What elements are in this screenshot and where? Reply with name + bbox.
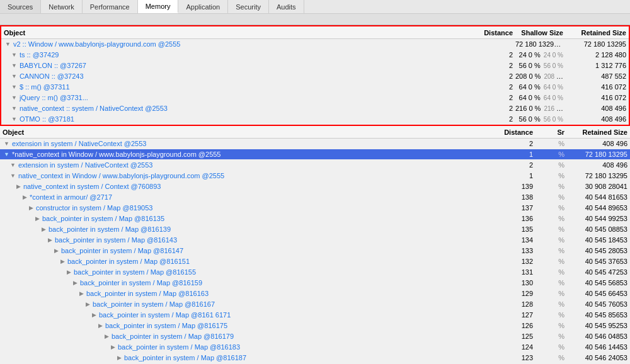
row-retained: 30 908 28041 bbox=[567, 183, 630, 190]
table-row[interactable]: ▼ $ :: m() @37311 2 64 0 % 64 0 % 416 07… bbox=[1, 82, 629, 93]
row-shallow: 64 0 % 64 0 % bbox=[515, 83, 566, 91]
row-sr: % bbox=[536, 343, 567, 351]
row-object: ▼ *native_context in Window / www.babylo… bbox=[0, 151, 491, 158]
row-sr: % bbox=[536, 300, 567, 308]
table-row[interactable]: ▶ back_pointer in system / Map @816179 1… bbox=[0, 331, 630, 342]
row-distance: 126 bbox=[491, 322, 536, 329]
table-row[interactable]: ▶ back_pointer in system / Map @816163 1… bbox=[0, 288, 630, 299]
row-retained: 40 544 89653 bbox=[567, 204, 630, 212]
row-distance: 125 bbox=[491, 333, 536, 340]
bottom-table-body[interactable]: ▼ extension in system / NativeContext @2… bbox=[0, 139, 630, 364]
row-distance: 129 bbox=[491, 290, 536, 297]
table-row[interactable]: ▼ BABYLON :: @37267 2 56 0 % 56 0 % 1 31… bbox=[1, 60, 629, 71]
table-row[interactable]: ▶ back_pointer in system / Map @816159 1… bbox=[0, 278, 630, 288]
col-header-distance: Distance bbox=[471, 29, 515, 37]
row-retained: 487 552 bbox=[566, 72, 629, 80]
row-retained: 40 545 18453 bbox=[567, 236, 630, 244]
main-container: Object Distance Shallow Size Retained Si… bbox=[0, 14, 630, 364]
table-row[interactable]: ▶ back_pointer in system / Map @816139 1… bbox=[0, 224, 630, 235]
table-row[interactable]: ▼ extension in system / NativeContext @2… bbox=[0, 139, 630, 149]
row-object: ▶ back_pointer in system / Map @816147 bbox=[0, 247, 491, 254]
row-object: ▶ back_pointer in system / Map @8161 617… bbox=[0, 311, 491, 319]
table-row[interactable]: ▼ native_context in Window / www.babylon… bbox=[0, 171, 630, 181]
table-row[interactable]: ▼ v2 :: Window / www.babylonjs-playgroun… bbox=[1, 39, 629, 50]
row-sr: % bbox=[536, 225, 567, 233]
row-object: ▼ native_context in Window / www.babylon… bbox=[0, 172, 491, 179]
row-sr: % bbox=[536, 268, 567, 276]
row-object: ▶ back_pointer in system / Map @816187 bbox=[0, 354, 491, 361]
table-row[interactable]: ▶ back_pointer in system / Map @816155 1… bbox=[0, 267, 630, 278]
table-row[interactable]: ▼ ts :: @37429 2 24 0 % 24 0 % 2 128 480 bbox=[1, 50, 629, 60]
tab-network[interactable]: Network bbox=[41, 0, 82, 13]
table-row[interactable]: ▼ extension in system / NativeContext @2… bbox=[0, 160, 630, 171]
table-row[interactable]: ▶ native_context in system / Context @76… bbox=[0, 181, 630, 192]
row-sr: % bbox=[536, 279, 567, 287]
row-distance: 2 bbox=[471, 105, 515, 112]
row-distance: 133 bbox=[491, 247, 536, 254]
row-object: ▼ BABYLON :: @37267 bbox=[1, 62, 471, 69]
tab-bar: SourcesNetworkPerformanceMemoryApplicati… bbox=[0, 0, 630, 14]
table-row[interactable]: ▶ back_pointer in system / Map @816183 1… bbox=[0, 342, 630, 353]
table-row[interactable]: ▼ jQuery :: m() @3731... 2 64 0 % 64 0 %… bbox=[1, 93, 629, 103]
table-row[interactable]: ▶ back_pointer in system / Map @816175 1… bbox=[0, 321, 630, 331]
row-object: ▶ back_pointer in system / Map @816135 bbox=[0, 215, 491, 222]
table-row[interactable]: ▶ back_pointer in system / Map @816143 1… bbox=[0, 235, 630, 246]
col-header-retained: Retained Size bbox=[566, 29, 629, 37]
bottom-col-header-sr: Sr bbox=[536, 128, 567, 136]
row-distance: 2 bbox=[471, 115, 515, 123]
tab-memory[interactable]: Memory bbox=[138, 0, 179, 13]
row-sr: % bbox=[536, 215, 567, 222]
row-distance: 136 bbox=[491, 215, 536, 222]
table-row[interactable]: ▶ back_pointer in system / Map @816187 1… bbox=[0, 353, 630, 363]
table-row[interactable]: ▼ native_context :: system / NativeConte… bbox=[1, 103, 629, 114]
tab-application[interactable]: Application bbox=[178, 0, 228, 13]
top-panel-header: Object Distance Shallow Size Retained Si… bbox=[1, 26, 629, 39]
row-distance: 1 bbox=[491, 172, 536, 179]
table-row[interactable]: ▼ CANNON :: @37243 2 208 0 % 208 0 % 487… bbox=[1, 71, 629, 82]
row-object: ▶ back_pointer in system / Map @816179 bbox=[0, 333, 491, 340]
row-retained: 1 312 776 bbox=[566, 62, 629, 69]
row-distance: 132 bbox=[491, 258, 536, 265]
table-row[interactable]: ▶ back_pointer in system / Map @816151 1… bbox=[0, 256, 630, 267]
row-retained: 40 546 14453 bbox=[567, 343, 630, 351]
row-object: ▼ OTMO :: @37181 bbox=[1, 115, 471, 123]
table-row[interactable]: ▶ back_pointer in system / Map @816135 1… bbox=[0, 213, 630, 224]
row-object: ▶ native_context in system / Context @76… bbox=[0, 183, 491, 190]
row-sr: % bbox=[536, 193, 567, 201]
table-row[interactable]: ▶ *context in armour/ @2717 138 % 40 544… bbox=[0, 192, 630, 203]
row-distance: 1 bbox=[491, 151, 536, 158]
row-retained: 408 496 bbox=[567, 161, 630, 169]
row-retained: 40 545 47253 bbox=[567, 268, 630, 276]
tab-performance[interactable]: Performance bbox=[83, 0, 138, 13]
row-object: ▶ back_pointer in system / Map @816163 bbox=[0, 290, 491, 297]
row-sr: % bbox=[536, 333, 567, 340]
row-retained: 416 072 bbox=[566, 94, 629, 101]
row-retained: 408 496 bbox=[566, 105, 629, 112]
table-row[interactable]: ▶ back_pointer in system / Map @8161 617… bbox=[0, 310, 630, 321]
table-row[interactable]: ▶ constructor in system / Map @819053 13… bbox=[0, 203, 630, 213]
tab-audits[interactable]: Audits bbox=[269, 0, 304, 13]
row-retained: 72 180 13295 bbox=[567, 172, 630, 179]
row-sr: % bbox=[536, 172, 567, 179]
row-object: ▶ back_pointer in system / Map @816175 bbox=[0, 322, 491, 329]
tab-sources[interactable]: Sources bbox=[0, 0, 41, 13]
top-table-body[interactable]: ▼ v2 :: Window / www.babylonjs-playgroun… bbox=[1, 39, 629, 125]
row-distance: 128 bbox=[491, 300, 536, 308]
row-retained: 40 545 56853 bbox=[567, 279, 630, 287]
row-object: ▼ extension in system / NativeContext @2… bbox=[0, 140, 491, 147]
row-object: ▼ extension in system / NativeContext @2… bbox=[0, 161, 491, 169]
table-row[interactable]: ▶ back_pointer in system / Map @816147 1… bbox=[0, 246, 630, 256]
row-retained: 408 496 bbox=[567, 140, 630, 147]
table-row[interactable]: ▼ OTMO :: @37181 2 56 0 % 56 0 % 408 496 bbox=[1, 114, 629, 125]
row-shallow: 56 0 % 56 0 % bbox=[515, 115, 566, 123]
row-retained: 416 072 bbox=[566, 83, 629, 91]
row-sr: % bbox=[536, 236, 567, 244]
table-row[interactable]: ▼ *native_context in Window / www.babylo… bbox=[0, 149, 630, 160]
row-shallow: 64 0 % 64 0 % bbox=[515, 94, 566, 101]
tab-security[interactable]: Security bbox=[228, 0, 269, 13]
row-distance: 2 bbox=[471, 94, 515, 101]
table-row[interactable]: ▶ back_pointer in system / Map @816167 1… bbox=[0, 299, 630, 310]
row-sr: % bbox=[536, 247, 567, 254]
row-object: ▶ *context in armour/ @2717 bbox=[0, 193, 491, 201]
row-distance: 138 bbox=[491, 193, 536, 201]
